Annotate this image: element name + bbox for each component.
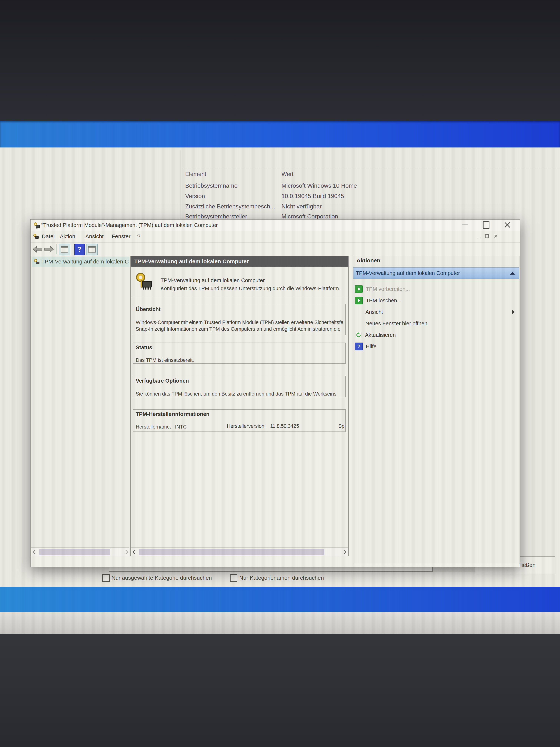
results-pane-header: TPM-Verwaltung auf dem lokalen Computer — [131, 256, 348, 266]
maximize-icon — [483, 221, 489, 229]
action-prepare-tpm[interactable]: TPM vorbereiten... — [353, 284, 519, 294]
chevron-left-icon — [132, 550, 136, 554]
tpm-key-icon — [33, 222, 40, 229]
actions-group-title: TPM-Verwaltung auf dem lokalen Computer — [356, 270, 460, 276]
action-label: Aktualisieren — [365, 332, 396, 338]
table-row[interactable]: Zusätzliche Betriebsystembesch... — [185, 203, 275, 210]
menu-aktion[interactable]: Aktion — [58, 231, 77, 242]
minimize-icon — [462, 225, 468, 225]
scrollbar-thumb[interactable] — [139, 549, 324, 555]
back-button[interactable] — [32, 246, 43, 253]
menu-bar: Datei Aktion Ansicht Fenster ? — [31, 231, 520, 243]
action-refresh[interactable]: Aktualisieren — [353, 330, 519, 340]
tree-item-tpm-root[interactable]: TPM-Verwaltung auf dem lokalen C — [32, 257, 129, 266]
console-key-icon — [33, 233, 39, 239]
status-section: Status Das TPM ist einsatzbereit. — [133, 342, 346, 364]
manufacturer-name-value: INTC — [175, 424, 187, 430]
toolbar-separator — [72, 244, 72, 254]
available-options-section: Verfügbare Optionen Sie können das TPM l… — [133, 376, 346, 397]
show-console-tree-button[interactable] — [59, 243, 70, 255]
table-cell[interactable]: Microsoft Corporation — [282, 213, 338, 220]
chevron-left-icon — [33, 550, 37, 554]
table-row[interactable]: Version — [185, 193, 205, 200]
results-pane: TPM-Verwaltung auf dem lokalen Computer … — [131, 256, 349, 556]
action-label: Hilfe — [366, 343, 376, 350]
tpm-key-icon — [33, 258, 40, 265]
scroll-left-button[interactable] — [31, 548, 38, 556]
table-cell[interactable]: Nicht verfügbar — [282, 203, 322, 210]
child-close-icon — [494, 235, 498, 238]
overview-line1: Windows-Computer mit einem Trusted Platf… — [136, 319, 343, 325]
options-heading: Verfügbare Optionen — [136, 378, 189, 384]
chevron-right-icon — [342, 550, 346, 554]
menu-ansicht[interactable]: Ansicht — [84, 231, 105, 242]
action-help[interactable]: ? Hilfe — [353, 341, 519, 352]
action-clear-tpm[interactable]: TPM löschen... — [353, 295, 519, 306]
table-cell[interactable]: 10.0.19045 Build 19045 — [282, 193, 344, 200]
tree-list-splitter[interactable] — [181, 150, 181, 220]
actions-group-header[interactable]: TPM-Verwaltung auf dem lokalen Computer — [353, 267, 519, 279]
overview-line2: Snap-In zeigt Informationen zum TPM des … — [136, 326, 341, 332]
console-tree-pane: TPM-Verwaltung auf dem lokalen C — [31, 256, 131, 556]
child-restore-icon — [485, 234, 489, 238]
table-row[interactable]: Betriebsystemname — [185, 182, 238, 189]
tree-horizontal-scrollbar[interactable] — [31, 547, 129, 556]
scroll-right-button[interactable] — [341, 548, 348, 556]
scroll-left-button[interactable] — [131, 548, 138, 556]
category-names-checkbox-label: Nur Kategorienamen durchsuchen — [239, 575, 324, 581]
forward-button[interactable] — [44, 246, 54, 253]
action-arrow-icon — [355, 285, 363, 293]
column-header-element[interactable]: Element — [185, 171, 206, 178]
toolbar: ? — [31, 242, 520, 256]
collapse-icon[interactable] — [510, 272, 515, 275]
help-icon: ? — [77, 246, 81, 254]
actions-heading: Aktionen — [356, 257, 380, 264]
scrollbar-thumb[interactable] — [39, 549, 110, 555]
desktop-wallpaper-top — [0, 121, 560, 148]
options-text: Sie können das TPM löschen, um den Besit… — [136, 391, 337, 397]
action-new-window[interactable]: Neues Fenster hier öffnen — [353, 318, 519, 329]
status-text: Das TPM ist einsatzbereit. — [136, 357, 194, 363]
child-minimize-icon — [477, 238, 480, 238]
desktop-wallpaper-bottom — [0, 587, 560, 612]
status-heading: Status — [136, 344, 152, 351]
category-names-checkbox[interactable] — [230, 574, 237, 582]
menu-hilfe[interactable]: ? — [136, 231, 142, 242]
child-minimize-button[interactable] — [475, 232, 482, 240]
help-toolbar-button[interactable]: ? — [74, 243, 85, 255]
console-tree-icon — [61, 246, 68, 253]
maximize-button[interactable] — [476, 220, 496, 230]
minimize-button[interactable] — [455, 220, 475, 230]
title-bar[interactable]: "Trusted Platform Module"-Management (TP… — [31, 220, 520, 231]
close-button[interactable] — [497, 220, 517, 230]
selected-category-checkbox[interactable] — [102, 574, 110, 582]
table-row[interactable]: Betriebsystemhersteller — [185, 213, 247, 220]
action-arrow-icon — [355, 297, 363, 304]
manufacturer-version-label: Herstellerversion: — [227, 423, 266, 429]
menu-datei[interactable]: Datei — [40, 231, 56, 242]
action-view[interactable]: Ansicht — [353, 307, 519, 317]
show-action-pane-button[interactable] — [86, 243, 98, 255]
actions-pane: Aktionen TPM-Verwaltung auf dem lokalen … — [353, 256, 519, 564]
window-title: "Trusted Platform Module"-Management (TP… — [41, 220, 218, 231]
menu-fenster[interactable]: Fenster — [110, 231, 132, 242]
manufacturer-section: TPM-Herstellerinformationen Herstellerna… — [133, 409, 346, 432]
column-header-wert[interactable]: Wert — [282, 171, 294, 178]
manufacturer-name-label: Herstellername: — [136, 424, 171, 430]
submenu-arrow-icon — [512, 310, 515, 314]
intro-divider — [131, 297, 348, 297]
room-background-bottom — [0, 634, 560, 747]
overview-heading: Übersicht — [136, 306, 161, 312]
tree-item-label: TPM-Verwaltung auf dem lokalen C — [41, 258, 129, 265]
action-label: TPM vorbereiten... — [366, 286, 410, 292]
manufacturer-version-value: 11.8.50.3425 — [270, 423, 299, 429]
action-label: Ansicht — [365, 309, 383, 315]
actions-divider — [353, 266, 519, 267]
child-restore-button[interactable] — [483, 232, 490, 240]
intro-title: TPM-Verwaltung auf dem lokalen Computer — [161, 277, 265, 283]
results-horizontal-scrollbar[interactable] — [131, 547, 348, 556]
spec-version-label-truncated: Spe — [338, 423, 346, 429]
scroll-right-button[interactable] — [123, 548, 129, 556]
child-close-button[interactable] — [492, 232, 500, 240]
table-cell[interactable]: Microsoft Windows 10 Home — [282, 182, 357, 189]
